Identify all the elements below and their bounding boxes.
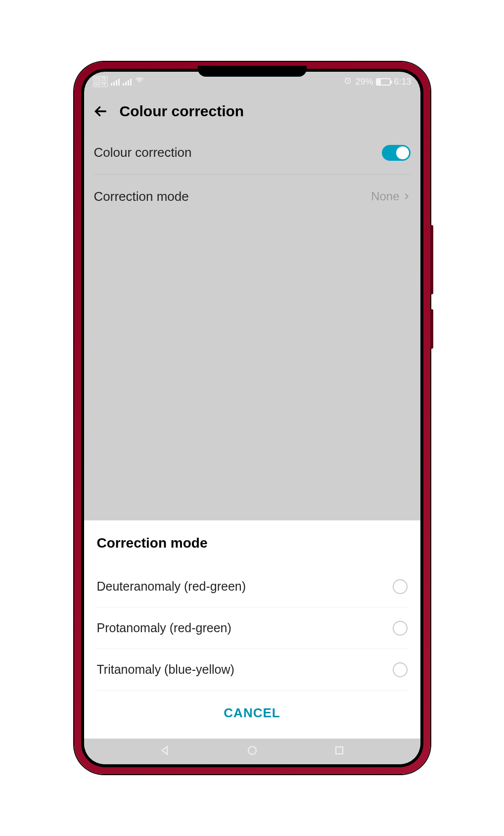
nav-back-icon[interactable] xyxy=(159,744,171,758)
status-left: VoLTE VoLTE xyxy=(93,76,144,88)
battery-icon xyxy=(376,78,391,86)
volte-indicator: VoLTE VoLTE xyxy=(93,76,108,87)
mode-value: None xyxy=(371,189,399,203)
phone-frame: VoLTE VoLTE 29% 6:13 xyxy=(74,62,430,774)
correction-mode-row[interactable]: Correction mode None xyxy=(94,175,411,218)
notch xyxy=(198,66,307,77)
svg-rect-2 xyxy=(336,747,343,754)
radio-icon xyxy=(393,579,408,594)
volume-button xyxy=(430,225,433,294)
radio-icon xyxy=(393,662,408,677)
signal-icon-2 xyxy=(123,78,132,86)
phone-inner: VoLTE VoLTE 29% 6:13 xyxy=(81,69,423,767)
svg-point-1 xyxy=(248,746,256,754)
option-label: Tritanomaly (blue-yellow) xyxy=(97,662,234,677)
volte-badge-1: VoLTE xyxy=(93,76,108,81)
radio-icon xyxy=(393,621,408,636)
cancel-button[interactable]: CANCEL xyxy=(224,705,280,720)
option-deuteranomaly[interactable]: Deuteranomaly (red-green) xyxy=(97,566,408,607)
toggle-knob xyxy=(396,146,409,159)
correction-mode-sheet: Correction mode Deuteranomaly (red-green… xyxy=(84,520,420,739)
nav-bar xyxy=(84,739,420,764)
header: Colour correction xyxy=(84,92,420,131)
sheet-title: Correction mode xyxy=(97,535,408,551)
wifi-icon xyxy=(135,76,144,88)
alarm-icon xyxy=(343,76,352,88)
option-label: Deuteranomaly (red-green) xyxy=(97,579,246,594)
settings-list: Colour correction Correction mode None xyxy=(84,131,420,218)
nav-home-icon[interactable] xyxy=(246,744,258,758)
cancel-row: CANCEL xyxy=(97,691,408,729)
option-tritanomaly[interactable]: Tritanomaly (blue-yellow) xyxy=(97,649,408,691)
volte-badge-2: VoLTE xyxy=(93,82,108,87)
battery-percent: 29% xyxy=(355,77,373,87)
nav-recent-icon[interactable] xyxy=(333,744,345,758)
status-right: 29% 6:13 xyxy=(343,76,411,88)
chevron-right-icon xyxy=(403,189,411,203)
page-title: Colour correction xyxy=(120,103,244,120)
mode-label: Correction mode xyxy=(94,189,189,204)
power-button xyxy=(430,309,433,349)
clock: 6:13 xyxy=(394,77,411,87)
colour-correction-toggle[interactable] xyxy=(382,145,411,161)
screen: VoLTE VoLTE 29% 6:13 xyxy=(84,72,420,764)
back-button[interactable] xyxy=(92,102,110,120)
option-protanomaly[interactable]: Protanomaly (red-green) xyxy=(97,607,408,649)
signal-icon xyxy=(111,78,120,86)
colour-correction-toggle-row[interactable]: Colour correction xyxy=(94,131,411,175)
mode-value-group: None xyxy=(371,189,410,203)
option-label: Protanomaly (red-green) xyxy=(97,621,231,635)
toggle-label: Colour correction xyxy=(94,145,192,160)
